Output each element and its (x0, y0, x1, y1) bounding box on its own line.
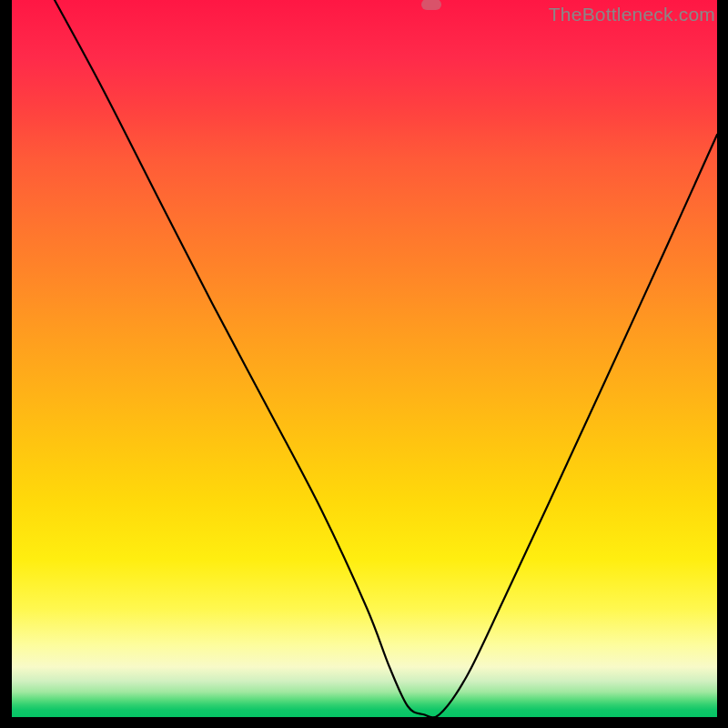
optimum-marker (421, 0, 441, 10)
bottleneck-curve (55, 0, 717, 717)
watermark-text: TheBottleneck.com (549, 4, 715, 25)
curve-svg (12, 0, 717, 717)
gradient-plot-area (12, 0, 717, 717)
